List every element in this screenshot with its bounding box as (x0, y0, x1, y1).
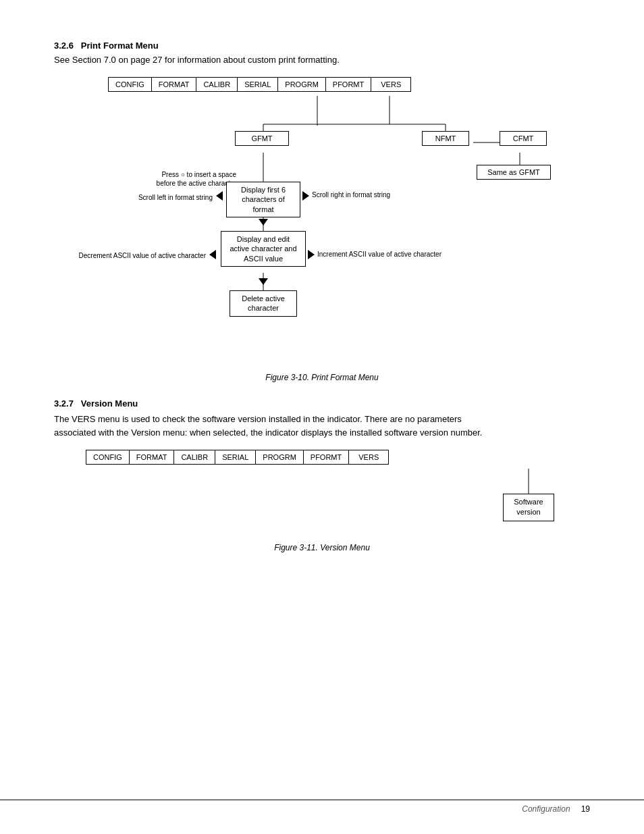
vers-menu-config: CONFIG (86, 450, 130, 464)
vers-menu-calibr: CALIBR (174, 450, 215, 464)
section-327-heading: 3.2.7 Version Menu (54, 398, 590, 409)
vers-menu-format: FORMAT (130, 450, 175, 464)
menu-item-serial: SERIAL (238, 78, 278, 91)
vers-menu-serial: SERIAL (215, 450, 256, 464)
figure-310-caption: Figure 3-10. Print Format Menu (54, 373, 590, 382)
footer: Configuration 19 (0, 800, 644, 814)
annot-increment-ascii: Increment ASCII value of active characte… (317, 250, 493, 259)
vers-menu-vers: VERS (349, 450, 388, 464)
menu-item-calibr: CALIBR (196, 78, 238, 91)
annot-press-circle: Press ○ to insert a spacebefore the acti… (122, 170, 236, 188)
node-delete-active: Delete activecharacter (230, 290, 297, 317)
annot-scroll-right-format: Scroll right in format string (312, 190, 433, 199)
node-same-as-gfmt: Same as GFMT (477, 165, 551, 180)
node-display-first6: Display first 6characters of format (226, 182, 300, 217)
print-format-menu-bar: CONFIG FORMAT CALIBR SERIAL PROGRM PFORM… (108, 77, 411, 92)
version-menu-bar: CONFIG FORMAT CALIBR SERIAL PROGRM PFORM… (86, 450, 389, 465)
footer-section-label: Configuration (522, 804, 570, 814)
menu-item-progrm: PROGRM (278, 78, 326, 91)
arrow-right-ascii (308, 250, 315, 261)
arrow-down-to-edit (259, 217, 268, 228)
menu-item-config: CONFIG (109, 78, 152, 91)
node-nfmt: NFMT (422, 131, 469, 146)
arrow-right-format (302, 191, 309, 203)
section-326-subtitle: See Section 7.0 on page 27 for informati… (54, 55, 590, 65)
section-326-heading: 3.2.6 Print Format Menu (54, 41, 590, 51)
figure-311-caption: Figure 3-11. Version Menu (54, 543, 590, 552)
menu-item-pformt: PFORMT (326, 78, 371, 91)
node-gfmt: GFMT (235, 131, 289, 146)
menu-item-format: FORMAT (152, 78, 197, 91)
node-cfmt: CFMT (500, 131, 547, 146)
footer-page-number: 19 (581, 804, 590, 814)
print-format-diagram: CONFIG FORMAT CALIBR SERIAL PROGRM PFORM… (54, 77, 590, 367)
version-menu-diagram: CONFIG FORMAT CALIBR SERIAL PROGRM PFORM… (86, 450, 558, 538)
arrow-left-format (216, 191, 223, 203)
section-327: 3.2.7 Version Menu The VERS menu is used… (54, 398, 590, 552)
print-format-connectors (54, 77, 581, 367)
arrow-down-to-delete (259, 277, 268, 287)
arrow-left-ascii (209, 250, 216, 261)
vers-menu-pformt: PFORMT (304, 450, 349, 464)
menu-item-vers: VERS (371, 78, 410, 91)
annot-decrement-ascii: Decrement ASCII value of active characte… (74, 251, 206, 260)
annot-scroll-left-format: Scroll left in format string (118, 193, 213, 202)
node-display-edit: Display and editactive character andASCI… (221, 231, 306, 267)
section-326: 3.2.6 Print Format Menu See Section 7.0 … (54, 41, 590, 382)
vers-menu-progrm: PROGRM (256, 450, 304, 464)
node-software-version: Softwareversion (503, 494, 554, 521)
section-327-body: The VERS menu is used to check the softw… (54, 413, 590, 439)
